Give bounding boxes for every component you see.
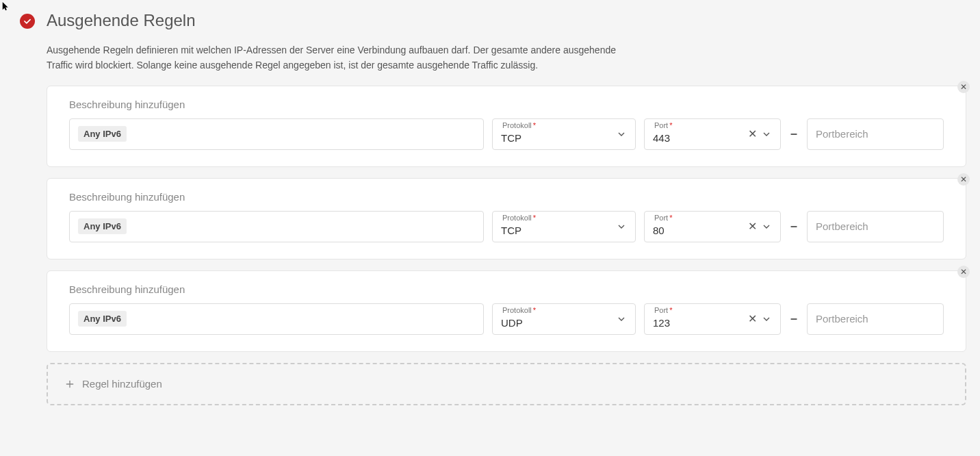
protocol-value: TCP <box>501 225 616 236</box>
protocol-label: Protokoll* <box>502 214 536 222</box>
port-range-placeholder: Portbereich <box>816 128 868 140</box>
rule-description-input[interactable]: Beschreibung hinzufügen <box>69 191 944 203</box>
port-label: Port* <box>654 214 672 222</box>
close-icon[interactable]: ✕ <box>957 81 970 93</box>
range-separator-icon: – <box>789 219 799 233</box>
timeline-rail <box>14 7 41 34</box>
protocol-label: Protokoll* <box>502 306 536 314</box>
range-separator-icon: – <box>789 312 799 326</box>
port-range-input[interactable]: Portbereich <box>807 118 944 150</box>
port-value: 80 <box>653 225 665 236</box>
clear-icon[interactable]: ✕ <box>748 221 757 232</box>
add-rule-button[interactable]: Regel hinzufügen <box>47 363 966 405</box>
protocol-value: TCP <box>501 132 616 144</box>
add-rule-label: Regel hinzufügen <box>82 378 162 390</box>
port-label: Port* <box>654 306 672 314</box>
source-field[interactable]: Any IPv6 <box>69 118 484 150</box>
outbound-rules-section: Ausgehende Regeln Ausgehende Regeln defi… <box>14 7 966 405</box>
port-range-input[interactable]: Portbereich <box>807 303 944 335</box>
port-select[interactable]: Port* 123 ✕ <box>644 303 781 335</box>
protocol-value: UDP <box>501 317 616 329</box>
chevron-down-icon[interactable] <box>761 129 772 140</box>
plus-icon <box>64 379 75 390</box>
clear-icon[interactable]: ✕ <box>748 129 757 140</box>
source-tag: Any IPv6 <box>78 218 127 234</box>
chevron-down-icon[interactable] <box>761 221 772 232</box>
section-description: Ausgehende Regeln definieren mit welchen… <box>47 42 635 73</box>
port-range-placeholder: Portbereich <box>816 220 868 232</box>
chevron-down-icon[interactable] <box>761 314 772 325</box>
port-select[interactable]: Port* 443 ✕ <box>644 118 781 150</box>
port-value: 443 <box>653 132 670 144</box>
port-select[interactable]: Port* 80 ✕ <box>644 211 781 242</box>
protocol-label: Protokoll* <box>502 121 536 129</box>
port-range-placeholder: Portbereich <box>816 313 868 325</box>
cursor-icon <box>1 1 11 13</box>
rule-card: ✕ Beschreibung hinzufügen Any IPv6 Proto… <box>47 86 966 167</box>
check-badge-icon <box>20 14 35 29</box>
source-tag: Any IPv6 <box>78 126 127 142</box>
port-range-input[interactable]: Portbereich <box>807 211 944 242</box>
rule-description-input[interactable]: Beschreibung hinzufügen <box>69 99 944 110</box>
chevron-down-icon[interactable] <box>616 314 627 325</box>
source-field[interactable]: Any IPv6 <box>69 211 484 242</box>
section-title: Ausgehende Regeln <box>47 11 966 30</box>
rule-card: ✕ Beschreibung hinzufügen Any IPv6 Proto… <box>47 178 966 259</box>
port-label: Port* <box>654 121 672 129</box>
close-icon[interactable]: ✕ <box>957 266 970 278</box>
rule-description-input[interactable]: Beschreibung hinzufügen <box>69 283 944 295</box>
clear-icon[interactable]: ✕ <box>748 314 757 325</box>
protocol-select[interactable]: Protokoll* UDP <box>492 303 636 335</box>
range-separator-icon: – <box>789 127 799 141</box>
protocol-select[interactable]: Protokoll* TCP <box>492 118 636 150</box>
source-field[interactable]: Any IPv6 <box>69 303 484 335</box>
protocol-select[interactable]: Protokoll* TCP <box>492 211 636 242</box>
close-icon[interactable]: ✕ <box>957 173 970 186</box>
chevron-down-icon[interactable] <box>616 129 627 140</box>
chevron-down-icon[interactable] <box>616 221 627 232</box>
rule-card: ✕ Beschreibung hinzufügen Any IPv6 Proto… <box>47 270 966 352</box>
source-tag: Any IPv6 <box>78 311 127 327</box>
port-value: 123 <box>653 317 670 329</box>
